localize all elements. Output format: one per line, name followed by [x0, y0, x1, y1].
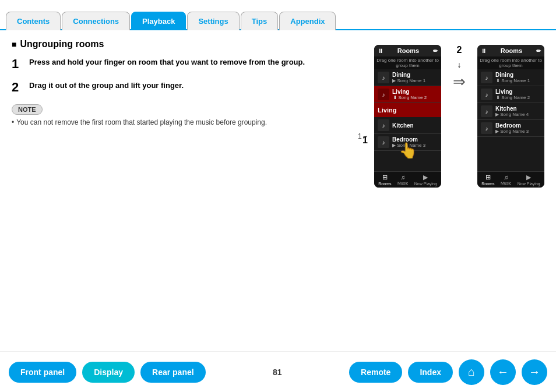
gesture-icon: 👆 [399, 142, 417, 160]
right-panel: 1 1→ ⏸ Rooms ✏ Drag one room into anothe… [374, 39, 544, 342]
remote-button[interactable]: Remote [349, 362, 402, 383]
left-panel: Ungrouping rooms 1 Press and hold your f… [12, 39, 374, 342]
room-living-after: ♪ Living ⏸ Song Name 2 [477, 86, 544, 103]
room-info-living-after: Living ⏸ Song Name 2 [495, 89, 541, 100]
phone-after-footer: ⊞ Rooms ♬ Music ▶ Now Playing [477, 171, 544, 188]
tab-tips[interactable]: Tips [241, 12, 279, 30]
step-1-text: Press and hold your finger on room that … [29, 56, 305, 68]
music-icon: ♬ [400, 174, 405, 181]
phone-after: ⏸ Rooms ✏ Drag one room into another to … [477, 45, 544, 188]
room-name-living: Living [392, 89, 438, 95]
forward-button[interactable]: → [522, 359, 547, 385]
pause-icon: ⏸ [378, 48, 383, 54]
room-bedroom-after: ♪ Bedroom ▶ Song Name 3 [477, 120, 544, 137]
step-1: 1 Press and hold your finger on room tha… [12, 56, 363, 72]
front-panel-button[interactable]: Front panel [9, 362, 76, 383]
footer-music-after: ♬ Music [501, 174, 511, 186]
note-label: NOTE [12, 104, 43, 115]
before-phone-wrapper: 1 1→ ⏸ Rooms ✏ Drag one room into anothe… [374, 45, 441, 188]
living-after-name: Living [495, 89, 541, 95]
room-info-dining-after: Dining ⏸ Song Name 1 [495, 72, 541, 83]
play-icon-after: ▶ [526, 174, 531, 181]
arrow-right-icon: ⇒ [453, 73, 466, 91]
footer-nowplaying-after: ▶ Now Playing [518, 174, 540, 186]
footer-nowplaying: ▶ Now Playing [414, 174, 437, 186]
phone-before-title: Rooms [397, 47, 419, 54]
phone-before-header: ⏸ Rooms ✏ [374, 45, 441, 56]
footer-music-after-label: Music [501, 181, 511, 185]
footer-nowplaying-label: Now Playing [414, 182, 437, 186]
tab-playback[interactable]: Playback [131, 12, 186, 30]
room-icon-kitchen-after: ♪ [481, 105, 492, 117]
phone-after-drag-hint: Drag one room into another to group them [477, 56, 544, 69]
dining-after-name: Dining [495, 72, 541, 78]
step-1-number: 1 [12, 56, 29, 72]
index-button[interactable]: Index [408, 362, 453, 383]
step-2: 2 Drag it out of the group and lift your… [12, 80, 363, 95]
rooms-icon-after: ⊞ [485, 174, 491, 181]
footer-music-label: Music [397, 181, 408, 185]
bedroom-after-name: Bedroom [495, 122, 541, 129]
phone-after-header: ⏸ Rooms ✏ [477, 45, 544, 56]
bottom-bar: Front panel Display Rear panel 81 Remote… [0, 351, 556, 392]
back-button[interactable]: ← [490, 359, 516, 385]
room-song-living: ⏸ Song Name 2 [392, 95, 438, 100]
footer-rooms: ⊞ Rooms [378, 174, 391, 186]
room-kitchen-before: ♪ Kitchen [374, 117, 441, 134]
step2-arrow: 2 ↓ ⇒ [453, 45, 466, 91]
tab-contents[interactable]: Contents [6, 12, 61, 30]
main-content: Ungrouping rooms 1 Press and hold your f… [0, 30, 556, 351]
bedroom-after-song: ▶ Song Name 3 [495, 129, 541, 134]
home-button[interactable]: ⌂ [459, 359, 484, 385]
tab-settings[interactable]: Settings [187, 12, 239, 30]
kitchen-after-name: Kitchen [495, 105, 541, 112]
phone-before-footer: ⊞ Rooms ♬ Music ▶ Now Playing [374, 171, 441, 188]
room-dining-after: ♪ Dining ⏸ Song Name 1 [477, 69, 544, 86]
kitchen-after-song: ▶ Song Name 4 [495, 112, 541, 117]
step-2-text: Drag it out of the group and lift your f… [29, 80, 184, 91]
footer-nowplaying-after-label: Now Playing [518, 182, 540, 186]
footer-rooms-label: Rooms [378, 182, 391, 186]
room-info-living: Living ⏸ Song Name 2 [392, 89, 438, 100]
room-kitchen-after: ♪ Kitchen ▶ Song Name 4 [477, 103, 544, 120]
pause-icon-after: ⏸ [481, 48, 487, 54]
display-button[interactable]: Display [82, 362, 135, 383]
room-info-kitchen: Kitchen [392, 122, 438, 129]
living-after-song: ⏸ Song Name 2 [495, 95, 541, 100]
footer-rooms-after-label: Rooms [481, 182, 494, 186]
room-name: Dining [392, 72, 438, 78]
room-info-kitchen-after: Kitchen ▶ Song Name 4 [495, 105, 541, 117]
room-icon-kitchen: ♪ [378, 119, 389, 131]
rear-panel-button[interactable]: Rear panel [140, 362, 206, 383]
room-icon-living: ♪ [378, 89, 389, 100]
room-icon-bedroom-after: ♪ [481, 122, 492, 134]
section-title: Ungrouping rooms [12, 39, 363, 50]
tab-connections[interactable]: Connections [62, 12, 130, 30]
rooms-icon: ⊞ [382, 174, 388, 181]
dining-after-song: ⏸ Song Name 1 [495, 78, 541, 83]
room-icon-living-after: ♪ [481, 89, 492, 100]
room-info-bedroom-after: Bedroom ▶ Song Name 3 [495, 122, 541, 134]
play-icon: ▶ [423, 174, 428, 181]
phone-after-title: Rooms [501, 47, 522, 54]
room-song: ▶ Song Name 1 [392, 78, 438, 83]
room-info: Dining ▶ Song Name 1 [392, 72, 438, 83]
music-icon-after: ♬ [504, 174, 508, 181]
edit-icon: ✏ [433, 48, 438, 54]
room-living-drag: Living [374, 103, 441, 117]
phone-before: ⏸ Rooms ✏ Drag one room into another to … [374, 45, 441, 188]
top-nav: Contents Connections Playback Settings T… [0, 0, 556, 30]
footer-music: ♬ Music [397, 174, 408, 186]
step2-arrow-down: ↓ [458, 60, 462, 69]
room-icon-dining-after: ♪ [481, 72, 492, 83]
tab-appendix[interactable]: Appendix [279, 12, 336, 30]
footer-rooms-after: ⊞ Rooms [481, 174, 494, 186]
room-dining-before: ♪ Dining ▶ Song Name 1 [374, 69, 441, 86]
room-icon-bedroom: ♪ [378, 136, 389, 148]
step2-label: 2 [457, 45, 462, 55]
room-living-grouped: ♪ Living ⏸ Song Name 2 [374, 86, 441, 103]
page-number: 81 [212, 368, 343, 377]
room-name-kitchen: Kitchen [392, 122, 438, 129]
note-text: •You can not remove the first room that … [12, 118, 363, 126]
phone-before-drag-hint: Drag one room into another to group them [374, 56, 441, 69]
